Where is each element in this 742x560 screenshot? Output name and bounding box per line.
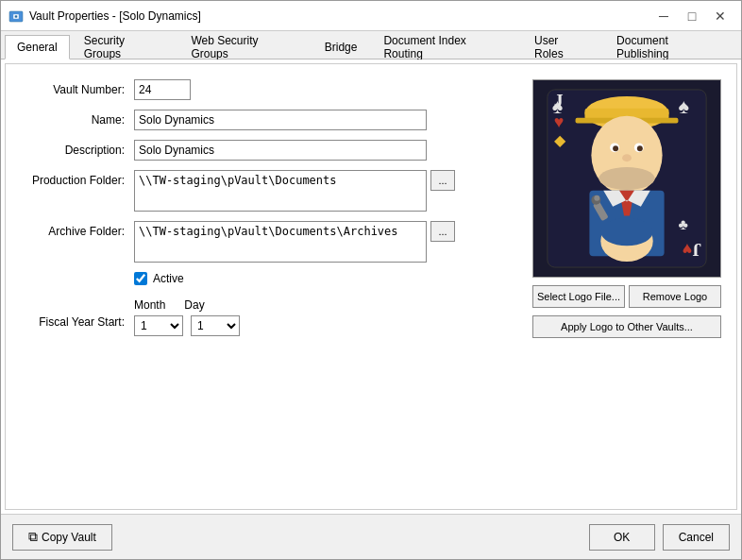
svg-point-19: [594, 195, 599, 201]
app-icon: [8, 8, 24, 24]
fiscal-dropdowns: Month Day 1234 5678 9101112 1234 56: [134, 298, 240, 336]
fiscal-year-row: Fiscal Year Start: Month Day 1234 5678 9…: [21, 298, 517, 336]
close-button[interactable]: ✕: [707, 6, 734, 26]
logo-image: ♠ ♠ J J ♥ ♥ ◆ ♣: [533, 80, 720, 277]
day-select[interactable]: 1234 5678 910: [191, 315, 240, 336]
tab-document-index-routing[interactable]: Document Index Routing: [371, 34, 520, 59]
vault-properties-window: Vault Properties - [Solo Dynamics] ─ □ ✕…: [0, 0, 742, 560]
remove-logo-button[interactable]: Remove Logo: [629, 285, 721, 308]
tab-web-security-groups[interactable]: Web Security Groups: [178, 34, 310, 59]
svg-point-11: [613, 145, 618, 151]
name-label: Name:: [21, 113, 134, 127]
fiscal-year-label: Fiscal Year Start:: [21, 298, 134, 329]
month-select[interactable]: 1234 5678 9101112: [134, 315, 183, 336]
archive-folder-group: \\TW-staging\pVault\Documents\Archives .…: [134, 221, 455, 263]
fiscal-selects: 1234 5678 9101112 1234 5678 910: [134, 315, 240, 336]
bottom-right: OK Cancel: [589, 524, 730, 551]
active-label: Active: [153, 272, 184, 285]
svg-point-2: [15, 15, 17, 17]
svg-text:J: J: [692, 240, 701, 261]
tab-security-groups[interactable]: Security Groups: [72, 34, 177, 59]
active-checkbox[interactable]: [134, 272, 147, 285]
svg-text:♥: ♥: [554, 112, 565, 131]
svg-point-13: [622, 154, 632, 161]
name-row: Name:: [21, 110, 517, 130]
form-section: Vault Number: Name: Description: Product…: [21, 79, 517, 494]
title-bar: Vault Properties - [Solo Dynamics] ─ □ ✕: [1, 1, 741, 31]
logo-preview: ♠ ♠ J J ♥ ♥ ◆ ♣: [532, 79, 721, 278]
logo-section: ♠ ♠ J J ♥ ♥ ◆ ♣: [532, 79, 721, 494]
production-folder-group: \\TW-staging\pVault\Documents ...: [134, 170, 455, 212]
production-folder-row: Production Folder: \\TW-staging\pVault\D…: [21, 170, 517, 212]
main-panel: Vault Number: Name: Description: Product…: [5, 63, 737, 510]
svg-text:♠: ♠: [678, 95, 689, 118]
window-title: Vault Properties - [Solo Dynamics]: [29, 9, 650, 23]
description-row: Description:: [21, 140, 517, 161]
active-row: Active: [134, 272, 517, 285]
copy-vault-button[interactable]: ⧉ Copy Vault: [12, 524, 112, 551]
select-logo-file-button[interactable]: Select Logo File...: [532, 285, 625, 308]
bottom-bar: ⧉ Copy Vault OK Cancel: [1, 514, 741, 559]
minimize-button[interactable]: ─: [650, 6, 677, 26]
description-label: Description:: [21, 144, 134, 157]
production-folder-label: Production Folder:: [21, 170, 134, 187]
production-folder-input[interactable]: \\TW-staging\pVault\Documents: [134, 170, 427, 212]
name-input[interactable]: [134, 110, 427, 130]
tab-document-publishing[interactable]: Document Publishing: [604, 34, 735, 59]
copy-vault-label: Copy Vault: [42, 531, 96, 544]
window-controls: ─ □ ✕: [650, 6, 734, 26]
description-input[interactable]: [134, 140, 427, 161]
tab-user-roles[interactable]: User Roles: [522, 34, 602, 59]
apply-logo-button[interactable]: Apply Logo to Other Vaults...: [532, 315, 721, 338]
archive-folder-label: Archive Folder:: [21, 221, 134, 238]
copy-icon: ⧉: [28, 529, 38, 545]
ok-button[interactable]: OK: [589, 524, 655, 551]
vault-number-row: Vault Number:: [21, 79, 517, 100]
production-folder-browse-button[interactable]: ...: [430, 170, 455, 191]
archive-folder-row: Archive Folder: \\TW-staging\pVault\Docu…: [21, 221, 517, 263]
maximize-button[interactable]: □: [679, 6, 705, 26]
svg-point-12: [637, 145, 643, 151]
svg-text:♣: ♣: [678, 216, 687, 232]
svg-point-14: [599, 167, 654, 190]
archive-folder-browse-button[interactable]: ...: [430, 221, 455, 242]
month-header: Month: [134, 298, 165, 312]
day-header: Day: [184, 298, 204, 312]
tab-bridge[interactable]: Bridge: [312, 34, 370, 59]
tab-bar: General Security Groups Web Security Gro…: [1, 31, 741, 59]
vault-number-label: Vault Number:: [21, 83, 134, 96]
cancel-button[interactable]: Cancel: [663, 524, 730, 551]
archive-folder-input[interactable]: \\TW-staging\pVault\Documents\Archives: [134, 221, 427, 263]
svg-text:♥: ♥: [683, 240, 693, 259]
tab-general[interactable]: General: [5, 35, 70, 59]
bottom-left: ⧉ Copy Vault: [12, 524, 112, 551]
svg-text:J: J: [554, 90, 564, 110]
svg-text:◆: ◆: [554, 132, 566, 148]
svg-point-29: [600, 218, 652, 246]
vault-number-input[interactable]: [134, 79, 191, 100]
logo-button-row: Select Logo File... Remove Logo: [532, 285, 721, 308]
content-area: Vault Number: Name: Description: Product…: [1, 59, 741, 514]
fiscal-headers: Month Day: [134, 298, 240, 312]
